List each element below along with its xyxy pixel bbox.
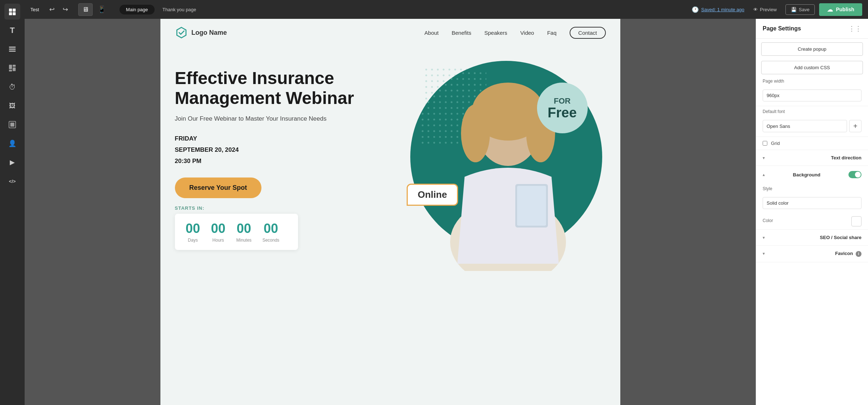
for-free-badge: FOR Free: [537, 83, 588, 133]
svg-point-20: [461, 104, 490, 162]
nav-faq[interactable]: Faq: [547, 30, 557, 36]
default-font-select[interactable]: Open Sans Roboto Lato: [763, 120, 847, 132]
nav-links: About Benefits Speakers Video Faq Contac…: [424, 27, 605, 39]
countdown-box: 00 Days 00 Hours 00 Minutes: [175, 214, 298, 250]
mobile-view-button[interactable]: 📱: [94, 3, 109, 16]
site-nav: Logo Name About Benefits Speakers Video …: [160, 19, 620, 46]
nav-logo[interactable]: Logo Name: [175, 26, 227, 39]
undo-redo-group: ↩ ↪: [46, 4, 71, 15]
text-direction-section: ▾ Text direction: [756, 150, 868, 166]
page-width-select[interactable]: 960px 1200px 1400px: [763, 89, 861, 101]
default-font-row: Default font: [756, 106, 868, 118]
background-title: Background: [793, 172, 821, 178]
toolbar-section2-icon[interactable]: [4, 117, 20, 133]
grid-checkbox[interactable]: [763, 141, 767, 146]
publish-button[interactable]: ☁ Publish: [819, 3, 862, 16]
nav-speakers[interactable]: Speakers: [484, 30, 507, 36]
hero-date: FRIDAY SEPTEMBER 20, 2024 20:30 PM: [175, 133, 363, 167]
seo-title: SEO / Social share: [820, 235, 861, 240]
background-style-select[interactable]: Solid color Gradient Image: [763, 197, 861, 209]
create-popup-button[interactable]: Create popup: [761, 42, 863, 56]
panel-menu-icon[interactable]: ⋮⋮: [848, 25, 861, 33]
panel-title: Page Settings: [763, 25, 801, 32]
background-section: ▴ Background Style Solid color Gradient …: [756, 166, 868, 230]
page-width-row: Page width: [756, 76, 868, 88]
svg-rect-8: [13, 65, 16, 67]
editor-area: Logo Name About Benefits Speakers Video …: [25, 19, 868, 405]
default-font-section: Default font Open Sans Roboto Lato +: [756, 106, 868, 137]
color-label: Color: [763, 218, 773, 223]
main-area: Test ↩ ↪ 🖥 📱 Main page Thank you page 🕐 …: [25, 0, 868, 405]
seo-header[interactable]: ▾ SEO / Social share: [756, 230, 868, 245]
saved-link[interactable]: Saved: 1 minute ago: [701, 7, 744, 12]
style-label: Style: [763, 186, 772, 191]
toolbar-text-icon[interactable]: T: [4, 22, 20, 38]
countdown-seconds: 00 Seconds: [263, 221, 280, 243]
text-direction-header[interactable]: ▾ Text direction: [756, 150, 868, 166]
svg-rect-6: [9, 51, 16, 52]
toolbar-integration-icon[interactable]: 👤: [4, 135, 20, 151]
canvas-wrapper: Logo Name About Benefits Speakers Video …: [25, 19, 756, 405]
left-toolbar: T ⏱ 🖼 👤 ▶ </>: [0, 0, 25, 405]
thankyou-page-tab[interactable]: Thank you page: [156, 5, 203, 14]
style-select-row: Solid color Gradient Image: [756, 196, 868, 213]
background-header[interactable]: ▴ Background: [756, 166, 868, 183]
toolbar-code-icon[interactable]: </>: [4, 173, 20, 189]
nav-video[interactable]: Video: [520, 30, 534, 36]
main-page-tab[interactable]: Main page: [119, 5, 155, 14]
online-bubble: Online: [407, 184, 458, 206]
save-button[interactable]: 💾 Save: [785, 4, 815, 15]
svg-rect-7: [9, 65, 12, 69]
redo-button[interactable]: ↪: [60, 4, 71, 15]
publish-icon: ☁: [827, 6, 833, 13]
svg-rect-10: [9, 70, 12, 72]
panel-header: Page Settings ⋮⋮: [756, 19, 868, 39]
toolbar-timer-icon[interactable]: ⏱: [4, 79, 20, 95]
device-toggle-group: 🖥 📱: [78, 3, 109, 16]
nav-benefits[interactable]: Benefits: [452, 30, 471, 36]
color-row: Color: [756, 213, 868, 229]
svg-rect-23: [517, 186, 546, 226]
eye-icon: 👁: [753, 7, 758, 12]
nav-logo-text: Logo Name: [192, 29, 227, 37]
countdown-hours: 00 Hours: [211, 221, 226, 243]
text-direction-title: Text direction: [831, 155, 861, 160]
undo-button[interactable]: ↩: [46, 4, 58, 15]
page-width-label: Page width: [763, 79, 784, 84]
toolbar-sections-icon[interactable]: [4, 41, 20, 57]
seo-section: ▾ SEO / Social share: [756, 230, 868, 246]
svg-rect-12: [11, 123, 14, 127]
toolbar-video-icon[interactable]: ▶: [4, 154, 20, 170]
background-toggle[interactable]: [848, 171, 861, 178]
project-name: Test: [30, 7, 39, 12]
nav-about[interactable]: About: [424, 30, 439, 36]
svg-rect-5: [9, 49, 16, 50]
svg-rect-4: [9, 47, 16, 48]
hero-subtitle: Join Our Free Webinar to Master Your Ins…: [175, 115, 363, 122]
grid-checkbox-row: Grid: [756, 137, 868, 150]
toolbar-home-icon[interactable]: [4, 4, 20, 20]
grid-label: Grid: [771, 141, 780, 146]
style-label-row: Style: [756, 183, 868, 196]
favicon-info-icon[interactable]: i: [856, 251, 861, 257]
saved-indicator: 🕐 Saved: 1 minute ago: [692, 6, 744, 13]
color-swatch[interactable]: [851, 216, 861, 226]
background-expand-icon: ▴: [763, 172, 765, 177]
top-bar: Test ↩ ↪ 🖥 📱 Main page Thank you page 🕐 …: [25, 0, 868, 19]
toolbar-layout-icon[interactable]: [4, 60, 20, 76]
add-css-button[interactable]: Add custom CSS: [761, 61, 863, 74]
hero-left: Effective Insurance Management Webinar J…: [175, 54, 363, 293]
desktop-view-button[interactable]: 🖥: [78, 3, 93, 16]
svg-rect-1: [13, 9, 16, 12]
starts-in-label: STARTS IN:: [175, 205, 363, 211]
svg-rect-9: [13, 67, 16, 71]
font-select-group: Open Sans Roboto Lato +: [763, 120, 861, 132]
nav-contact-button[interactable]: Contact: [570, 27, 606, 39]
add-font-button[interactable]: +: [849, 120, 861, 132]
favicon-header[interactable]: ▾ Favicon i: [756, 246, 868, 262]
preview-button[interactable]: 👁 Preview: [749, 5, 781, 14]
reserve-spot-button[interactable]: Reserve Your Spot: [175, 178, 261, 198]
toolbar-image-icon[interactable]: 🖼: [4, 98, 20, 114]
hero-right: FOR Free Online: [363, 54, 606, 293]
favicon-collapse-icon: ▾: [763, 251, 765, 256]
